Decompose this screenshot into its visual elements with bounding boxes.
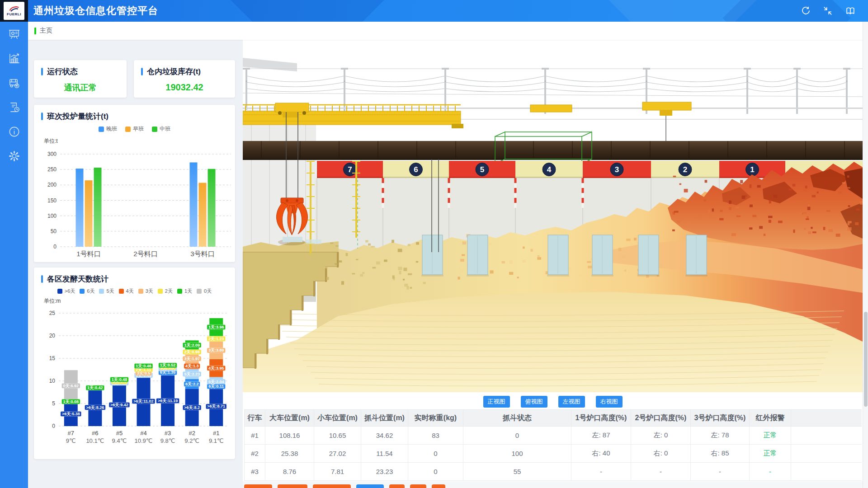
view-button-4[interactable]: 右视图 xyxy=(596,396,623,408)
bottom-action-button-2[interactable] xyxy=(278,484,307,488)
fermentation-chart-card: 各区发酵天数统计 >6天6天5天4天3天2天1天0天 单位:m 05101520… xyxy=(34,267,235,459)
legend-item[interactable]: 2天 xyxy=(158,288,173,295)
legend-item[interactable]: 4天 xyxy=(119,288,134,295)
svg-text:3天:1.97: 3天:1.97 xyxy=(184,357,200,361)
refresh-icon[interactable] xyxy=(800,6,810,16)
fermentation-stacked-chart: 0510152025#79℃#610.1℃#59.4℃#410.9℃#39.8℃… xyxy=(34,305,235,450)
svg-text:1: 1 xyxy=(750,165,754,174)
bottom-action-button-3[interactable] xyxy=(313,484,351,488)
shift-chart-card: 班次投炉量统计(t) 晚班早班中班 单位:t 05010015020025030… xyxy=(34,105,235,262)
svg-text:250: 250 xyxy=(47,166,57,173)
svg-text:1天:0.42: 1天:0.42 xyxy=(87,385,103,390)
view-button-3[interactable]: 左视图 xyxy=(558,396,585,408)
column-header: 红外报警 xyxy=(750,410,791,427)
crane-rail-beam xyxy=(243,141,863,159)
svg-text:0: 0 xyxy=(53,244,57,250)
table-cell: 7.81 xyxy=(314,463,361,481)
card-title: 运行状态 xyxy=(47,66,78,77)
svg-text:100: 100 xyxy=(47,213,57,219)
table-cell: 108.16 xyxy=(265,427,314,445)
title-bar xyxy=(41,68,43,75)
svg-text:6天:0.11: 6天:0.11 xyxy=(208,384,224,389)
bottom-action-button-1[interactable] xyxy=(244,484,272,488)
scrollbar-thumb[interactable] xyxy=(864,312,868,407)
column-header: 行车 xyxy=(245,410,265,427)
sidebar-item-vehicle[interactable] xyxy=(0,70,28,95)
chart1-legend: 晚班早班中班 xyxy=(34,125,235,133)
dashboard-icon xyxy=(8,28,20,40)
svg-text:9.8℃: 9.8℃ xyxy=(160,437,175,444)
svg-text:25: 25 xyxy=(49,310,56,316)
svg-text:5: 5 xyxy=(52,400,55,407)
zone-band xyxy=(317,161,863,178)
svg-text:9.1℃: 9.1℃ xyxy=(209,437,224,444)
legend-item[interactable]: 3天 xyxy=(138,288,153,295)
sidebar-item-dashboard[interactable] xyxy=(0,22,28,46)
table-cell: 23.23 xyxy=(361,463,408,481)
svg-text:6: 6 xyxy=(414,165,418,174)
svg-text:150: 150 xyxy=(47,197,57,204)
manual-book-icon[interactable] xyxy=(845,6,855,16)
legend-item[interactable]: 6天 xyxy=(80,288,94,295)
legend-item[interactable]: 0天 xyxy=(197,288,212,295)
svg-text:20: 20 xyxy=(49,333,56,339)
column-header: 小车位置(m) xyxy=(314,410,361,427)
svg-text:10.1℃: 10.1℃ xyxy=(86,437,104,444)
bottom-action-button-6[interactable] xyxy=(410,484,426,488)
svg-text:9℃: 9℃ xyxy=(66,437,76,444)
view-button-2[interactable]: 俯视图 xyxy=(521,396,547,408)
legend-label: 晚班 xyxy=(106,125,117,133)
sidebar-item-statistics[interactable] xyxy=(0,46,28,70)
chart2-unit-label: 单位:m xyxy=(44,297,235,305)
comm-status-value: 通讯正常 xyxy=(34,82,127,93)
svg-text:300: 300 xyxy=(47,151,57,157)
bottom-action-button-7[interactable] xyxy=(432,484,445,488)
table-cell: - xyxy=(691,463,750,481)
legend-swatch xyxy=(138,289,143,294)
table-cell: 左: 0 xyxy=(631,427,691,445)
svg-text:3天:3.89: 3天:3.89 xyxy=(208,348,224,352)
legend-swatch xyxy=(119,289,124,294)
legend-item[interactable]: >6天 xyxy=(57,288,75,295)
legend-item[interactable]: 晚班 xyxy=(99,125,117,133)
legend-swatch xyxy=(152,127,157,132)
table-cell: 右: 0 xyxy=(631,445,691,463)
svg-text:#2: #2 xyxy=(189,430,195,436)
table-cell: 100 xyxy=(463,445,571,463)
legend-swatch xyxy=(99,127,104,132)
svg-text:10.9℃: 10.9℃ xyxy=(135,437,153,444)
legend-label: 1天 xyxy=(184,288,192,295)
vertical-scrollbar[interactable] xyxy=(863,22,868,488)
view-button-1[interactable]: 正视图 xyxy=(483,396,510,408)
sidebar-item-info[interactable] xyxy=(0,119,28,144)
table-cell: 正常 xyxy=(750,445,791,463)
legend-item[interactable]: 5天 xyxy=(99,288,114,295)
warehouse-3d-view[interactable]: 7654321 xyxy=(243,40,863,392)
logo-swoosh-icon xyxy=(8,6,20,12)
report-history-icon xyxy=(8,101,20,113)
legend-item[interactable]: 中班 xyxy=(152,125,170,133)
svg-text:>6天:11.02: >6天:11.02 xyxy=(133,399,153,404)
legend-item[interactable]: 早班 xyxy=(125,125,144,133)
bottom-action-button-4[interactable] xyxy=(356,484,384,488)
table-cell: 右: 40 xyxy=(571,445,631,463)
table-header-row: 行车大车位置(m)小车位置(m)抓斗位置(m)实时称重(kg)抓斗状态1号炉口高… xyxy=(245,410,862,427)
legend-label: 5天 xyxy=(106,288,114,295)
view-buttons: 正视图俯视图左视图右视图 xyxy=(243,396,863,408)
column-header-filler xyxy=(791,410,862,427)
svg-text:2天:0.98: 2天:0.98 xyxy=(184,350,200,354)
fullscreen-exit-icon[interactable] xyxy=(823,6,833,16)
breadcrumb[interactable]: 主页 xyxy=(34,27,52,35)
svg-text:#1: #1 xyxy=(213,430,219,436)
app-logo: FUERLI xyxy=(4,2,24,20)
legend-item[interactable]: 1天 xyxy=(177,288,192,295)
table-cell: 8.76 xyxy=(265,463,314,481)
svg-text:0天:6.92: 0天:6.92 xyxy=(63,384,79,388)
column-header: 实时称重(kg) xyxy=(408,410,463,427)
sidebar-item-report[interactable] xyxy=(0,95,28,119)
app-header: FUERLI 通州垃圾仓信息化管控平台 xyxy=(0,0,868,22)
svg-text:>6天:8.26: >6天:8.26 xyxy=(86,405,104,410)
sidebar-item-settings[interactable] xyxy=(0,144,28,168)
bottom-action-button-5[interactable] xyxy=(389,484,405,488)
crane-table-wrap: 行车大车位置(m)小车位置(m)抓斗位置(m)实时称重(kg)抓斗状态1号炉口高… xyxy=(244,409,861,481)
